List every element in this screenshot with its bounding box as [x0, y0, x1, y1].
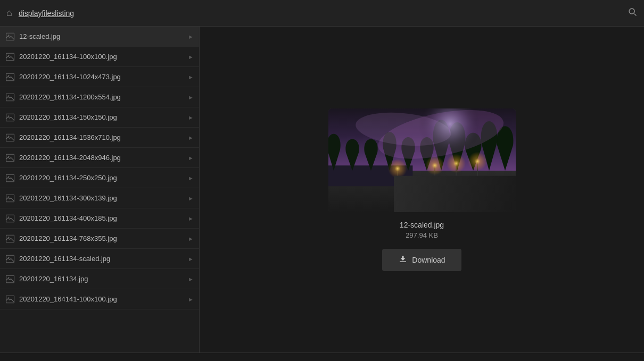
image-icon — [5, 254, 15, 264]
preview-panel: 12-scaled.jpg 297.94 KB Download — [200, 27, 644, 352]
list-item[interactable]: 20201220_161134-250x250.jpg ► — [0, 168, 199, 188]
image-icon — [5, 194, 15, 203]
list-item[interactable]: 20201220_161134-scaled.jpg ► — [0, 249, 199, 269]
file-name-label: 20201220_161134.jpg — [19, 275, 185, 283]
file-list-scroll[interactable]: 12-scaled.jpg ► 20201220_161134-100x100.… — [0, 27, 199, 352]
list-item[interactable]: 12-scaled.jpg ► — [0, 27, 199, 47]
preview-filename: 12-scaled.jpg — [400, 221, 444, 229]
file-name-label: 20201220_161134-scaled.jpg — [19, 255, 185, 263]
file-name-label: 12-scaled.jpg — [19, 32, 185, 40]
header: ⌂ displayfileslisting — [0, 0, 644, 27]
download-icon — [398, 254, 408, 266]
file-name-label: 20201220_161134-768x355.jpg — [19, 234, 185, 242]
breadcrumb[interactable]: displayfileslisting — [19, 9, 74, 18]
image-icon — [5, 214, 15, 223]
file-name-label: 20201220_161134-300x139.jpg — [19, 194, 185, 202]
list-item[interactable]: 20201220_161134-300x139.jpg ► — [0, 188, 199, 208]
file-name-label: 20201220_164141-100x100.jpg — [19, 295, 185, 303]
file-name-label: 20201220_161134-1024x473.jpg — [19, 73, 185, 81]
list-item[interactable]: 20201220_161134-2048x946.jpg ► — [0, 148, 199, 168]
file-arrow-icon: ► — [188, 276, 194, 282]
file-arrow-icon: ► — [188, 135, 194, 141]
image-icon — [5, 274, 15, 284]
file-arrow-icon: ► — [188, 54, 194, 60]
list-item[interactable]: 20201220_161134-100x100.jpg ► — [0, 47, 199, 67]
search-icon[interactable] — [627, 6, 638, 20]
preview-image — [328, 108, 516, 212]
image-icon — [5, 153, 15, 163]
file-arrow-icon: ► — [188, 195, 194, 202]
file-arrow-icon: ► — [188, 215, 194, 222]
image-icon — [5, 32, 15, 41]
image-icon — [5, 52, 15, 62]
image-icon — [5, 295, 15, 304]
file-arrow-icon: ► — [188, 114, 194, 121]
file-name-label: 20201220_161134-100x100.jpg — [19, 53, 185, 61]
file-arrow-icon: ► — [188, 296, 194, 303]
file-name-label: 20201220_161134-1536x710.jpg — [19, 133, 185, 141]
file-arrow-icon: ► — [188, 74, 194, 80]
list-item[interactable]: 20201220_161134-768x355.jpg ► — [0, 229, 199, 249]
list-item[interactable]: 20201220_161134-150x150.jpg ► — [0, 107, 199, 128]
download-button[interactable]: Download — [382, 249, 461, 271]
list-item[interactable]: 20201220_164141-100x100.jpg ► — [0, 289, 199, 309]
file-name-label: 20201220_161134-2048x946.jpg — [19, 154, 185, 162]
file-arrow-icon: ► — [188, 175, 194, 181]
image-icon — [5, 113, 15, 122]
list-item[interactable]: 20201220_161134-400x185.jpg ► — [0, 208, 199, 229]
download-label: Download — [412, 256, 445, 264]
file-name-label: 20201220_161134-400x185.jpg — [19, 214, 185, 222]
preview-filesize: 297.94 KB — [406, 231, 438, 239]
file-arrow-icon: ► — [188, 155, 194, 161]
file-name-label: 20201220_161134-150x150.jpg — [19, 113, 185, 121]
file-arrow-icon: ► — [188, 236, 194, 242]
main-content: 12-scaled.jpg ► 20201220_161134-100x100.… — [0, 27, 644, 352]
list-item[interactable]: 20201220_161134-1024x473.jpg ► — [0, 67, 199, 87]
file-name-label: 20201220_161134-1200x554.jpg — [19, 93, 185, 101]
file-arrow-icon: ► — [188, 33, 194, 40]
bottom-bar — [0, 352, 644, 361]
file-name-label: 20201220_161134-250x250.jpg — [19, 174, 185, 182]
file-list-panel: 12-scaled.jpg ► 20201220_161134-100x100.… — [0, 27, 200, 352]
list-item[interactable]: 20201220_161134.jpg ► — [0, 269, 199, 289]
image-icon — [5, 234, 15, 244]
list-item[interactable]: 20201220_161134-1200x554.jpg ► — [0, 87, 199, 107]
image-icon — [5, 72, 15, 82]
preview-image-container — [328, 108, 516, 212]
file-arrow-icon: ► — [188, 94, 194, 100]
image-icon — [5, 133, 15, 142]
image-icon — [5, 173, 15, 183]
file-arrow-icon: ► — [188, 256, 194, 262]
list-item[interactable]: 20201220_161134-1536x710.jpg ► — [0, 128, 199, 148]
home-icon[interactable]: ⌂ — [6, 7, 12, 19]
image-icon — [5, 93, 15, 102]
